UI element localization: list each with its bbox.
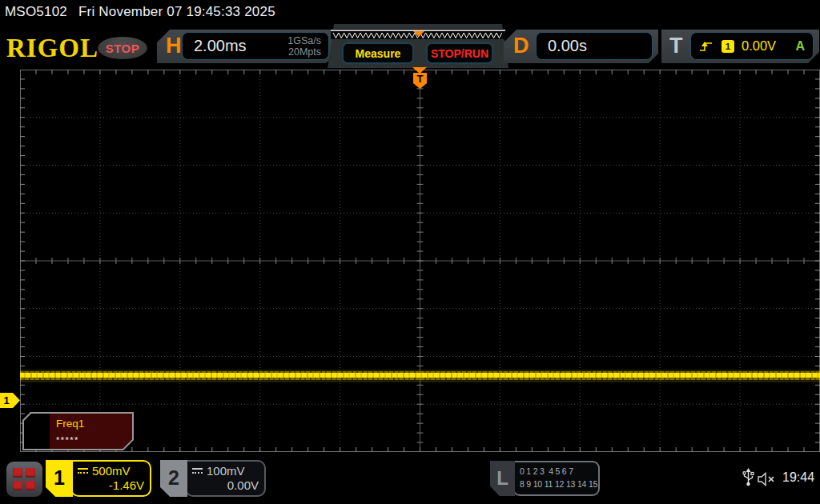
model-name: MSO5102 — [5, 4, 67, 19]
trigger-panel[interactable]: T 1 0.00V A — [661, 30, 819, 63]
sample-rate: 1GSa/s — [287, 35, 321, 46]
delay-label: D — [513, 34, 529, 58]
trigger-position-arrow[interactable] — [412, 67, 427, 74]
thumbnail-zigzag — [331, 30, 505, 40]
logic-channels-panel: 0 1 2 3 4 5 6 7 8 9 10 11 12 13 14 15 — [512, 461, 600, 496]
memory-depth: 20Mpts — [287, 46, 321, 58]
trigger-level-value: 0.00V — [742, 38, 776, 54]
channel2-offset: 0.00V — [192, 478, 259, 492]
stop-run-button[interactable]: STOP/RUN — [426, 42, 493, 64]
usb-icon — [742, 468, 754, 487]
measurement-name: Freq1 — [56, 418, 84, 430]
waveform-thumbnail[interactable] — [331, 29, 505, 39]
logic-channels-row2: 8 9 10 11 12 13 14 15 — [520, 478, 598, 490]
coupling-dc-icon — [192, 468, 203, 474]
logic-analyzer-badge[interactable]: L 0 1 2 3 4 5 6 7 8 9 10 11 12 13 14 15 — [490, 461, 600, 496]
measurement-freq1-inner: Freq1 ***** — [24, 414, 132, 449]
coupling-dc-icon — [78, 468, 88, 474]
channel1-badge[interactable]: 1 500mV -1.46V — [46, 460, 151, 497]
titlebar: MSO5102Fri November 07 19:45:33 2025 — [5, 4, 275, 20]
measurement-freq1[interactable]: Freq1 ***** — [22, 412, 134, 450]
grid-icon — [13, 468, 36, 491]
trigger-value-box[interactable]: 1 0.00V A — [690, 32, 814, 60]
delay-value: 0.00s — [548, 37, 587, 55]
channel1-panel[interactable]: 500mV -1.46V — [70, 460, 151, 497]
trigger-slope-icon — [699, 40, 713, 53]
clock-time: 19:44 — [782, 470, 814, 485]
speaker-muted-icon[interactable] — [758, 472, 778, 486]
measure-button[interactable]: Measure — [342, 42, 414, 64]
channel1-scale: 500mV — [92, 464, 131, 478]
channel1-number[interactable]: 1 — [46, 460, 73, 497]
logic-channels-row1: 0 1 2 3 4 5 6 7 — [520, 465, 598, 478]
channel1-ground-marker[interactable]: 1 — [0, 393, 20, 408]
trigger-source-badge: 1 — [722, 40, 734, 53]
measurement-value: ***** — [56, 435, 79, 445]
logic-analyzer-label[interactable]: L — [490, 461, 515, 496]
channel1-waveform — [20, 373, 820, 378]
oscilloscope-screen: MSO5102Fri November 07 19:45:33 2025 RIG… — [0, 0, 820, 504]
timebase-panel[interactable]: H 2.00ms 1GSa/s 20Mpts — [157, 30, 336, 63]
timebase-value-box[interactable]: 2.00ms 1GSa/s 20Mpts — [182, 32, 329, 60]
channel2-panel[interactable]: 100mV 0.00V — [185, 460, 266, 497]
channel2-scale: 100mV — [207, 464, 245, 478]
graticule-grid — [20, 70, 820, 452]
delay-value-box[interactable]: 0.00s — [536, 32, 653, 60]
trigger-label: T — [669, 34, 683, 58]
run-state-badge[interactable]: STOP — [98, 37, 147, 59]
delay-panel[interactable]: D 0.00s — [504, 30, 658, 63]
timebase-value: 2.00ms — [194, 37, 247, 55]
channel2-number[interactable]: 2 — [160, 460, 187, 497]
channel2-badge[interactable]: 2 100mV 0.00V — [160, 460, 266, 497]
datetime-text: Fri November 07 19:45:33 2025 — [78, 4, 275, 19]
trigger-mode-indicator: A — [795, 39, 805, 54]
rigol-logo: RIGOL — [6, 32, 98, 63]
acquisition-info: 1GSa/s 20Mpts — [287, 35, 321, 58]
channel1-offset: -1.46V — [78, 478, 144, 492]
menu-grid-button[interactable] — [6, 462, 42, 497]
timebase-label: H — [166, 34, 182, 58]
